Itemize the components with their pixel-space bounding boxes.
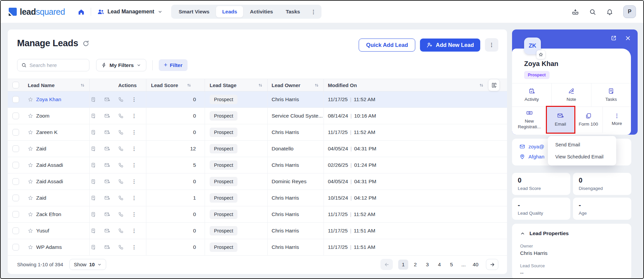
star-icon[interactable] — [28, 162, 33, 168]
table-row[interactable]: Zareen K ⋮ — [8, 124, 507, 141]
page-number[interactable]: 40 — [471, 260, 481, 270]
quick-add-lead-button[interactable]: Quick Add Lead — [359, 39, 415, 52]
send-email-icon[interactable] — [104, 162, 110, 168]
call-phone-icon[interactable] — [118, 97, 124, 102]
row-checkbox[interactable] — [12, 178, 19, 185]
row-kebab-icon[interactable]: ⋮ — [132, 129, 137, 135]
add-activity-icon[interactable] — [90, 228, 96, 234]
call-phone-icon[interactable] — [118, 130, 124, 135]
star-icon[interactable] — [28, 195, 33, 201]
tasks-tile[interactable]: Tasks — [591, 83, 631, 107]
add-activity-icon[interactable] — [90, 162, 96, 168]
send-email-icon[interactable] — [104, 228, 110, 234]
add-activity-icon[interactable] — [90, 212, 96, 217]
user-avatar[interactable]: P — [623, 5, 636, 18]
row-checkbox[interactable] — [12, 227, 19, 234]
send-email-icon[interactable] — [104, 211, 110, 217]
my-filters-button[interactable]: My Filters — [96, 59, 146, 71]
email-menu-item[interactable]: View Scheduled Email — [548, 151, 616, 163]
table-row[interactable]: Zaid ⋮ — [8, 190, 507, 206]
col-modified-on[interactable]: Modified On — [328, 82, 357, 88]
add-new-lead-button[interactable]: Add New Lead — [420, 39, 480, 52]
lead-name-link[interactable]: WP Adams — [36, 244, 62, 250]
send-email-icon[interactable] — [104, 96, 110, 102]
add-activity-icon[interactable] — [90, 179, 96, 185]
note-tile[interactable]: Note — [552, 83, 591, 107]
add-filter-button[interactable]: + Filter — [159, 59, 187, 71]
star-icon[interactable] — [28, 130, 33, 135]
lead-email[interactable]: zoya@ — [528, 144, 544, 149]
sort-icon[interactable] — [187, 83, 191, 87]
star-icon[interactable] — [28, 228, 33, 233]
page-number[interactable]: 2 — [410, 260, 420, 270]
star-icon[interactable] — [28, 179, 33, 184]
table-row[interactable]: Yusuf ⋮ — [8, 223, 507, 239]
page-number[interactable]: 5 — [446, 260, 456, 270]
send-email-icon[interactable] — [104, 129, 110, 135]
activity-tile[interactable]: Activity — [512, 83, 552, 107]
col-lead-stage[interactable]: Lead Stage — [210, 82, 236, 88]
tab-activities[interactable]: Activities — [244, 6, 279, 17]
lead-name-link[interactable]: Zareen K — [36, 129, 58, 135]
lead-name-link[interactable]: Zack Efron — [36, 211, 61, 217]
open-in-new-icon[interactable] — [611, 35, 617, 41]
tab-tasks[interactable]: Tasks — [280, 6, 306, 17]
send-email-icon[interactable] — [104, 146, 110, 152]
table-row[interactable]: WP Adams ⋮ — [8, 239, 507, 256]
call-phone-icon[interactable] — [118, 245, 124, 250]
page-size-select[interactable]: Show10 — [69, 259, 106, 270]
page-number[interactable]: 4 — [434, 260, 444, 270]
row-kebab-icon[interactable]: ⋮ — [132, 195, 137, 201]
add-activity-icon[interactable] — [90, 245, 96, 250]
row-kebab-icon[interactable]: ⋮ — [132, 113, 137, 119]
send-email-icon[interactable] — [104, 244, 110, 250]
call-phone-icon[interactable] — [118, 195, 124, 201]
call-phone-icon[interactable] — [118, 113, 124, 119]
new-registration-tile[interactable]: New Registrati... — [512, 107, 547, 133]
lead-location[interactable]: Afghan — [528, 154, 545, 159]
star-icon[interactable] — [28, 97, 33, 102]
call-phone-icon[interactable] — [118, 162, 124, 168]
import-tray-icon[interactable] — [572, 8, 579, 15]
row-kebab-icon[interactable]: ⋮ — [132, 211, 137, 217]
home-icon[interactable] — [78, 8, 85, 15]
add-activity-icon[interactable] — [90, 146, 96, 152]
table-row[interactable]: Zoom ⋮ — [8, 108, 507, 124]
send-email-icon[interactable] — [104, 113, 110, 119]
sort-icon[interactable] — [479, 83, 484, 87]
add-activity-icon[interactable] — [90, 113, 96, 119]
call-phone-icon[interactable] — [118, 212, 124, 217]
call-phone-icon[interactable] — [118, 228, 124, 233]
select-all-checkbox[interactable] — [12, 82, 19, 88]
email-menu-item[interactable]: Send Email — [548, 139, 616, 151]
lead-name-link[interactable]: Zoom — [36, 113, 50, 119]
add-activity-icon[interactable] — [90, 97, 96, 102]
row-checkbox[interactable] — [12, 244, 19, 251]
next-page-button[interactable] — [486, 259, 498, 270]
form-100-tile[interactable]: Form 100 — [574, 107, 603, 133]
search-icon[interactable] — [589, 8, 596, 15]
notifications-bell-icon[interactable] — [606, 8, 613, 15]
sort-icon[interactable] — [258, 83, 263, 87]
row-kebab-icon[interactable]: ⋮ — [132, 244, 137, 250]
table-row[interactable]: Zoya Khan ⋮ — [8, 91, 507, 108]
page-number[interactable]: 3 — [422, 260, 432, 270]
table-row[interactable]: Zaid Assadi ⋮ — [8, 157, 507, 173]
row-kebab-icon[interactable]: ⋮ — [132, 228, 137, 234]
lead-name-link[interactable]: Zaid — [36, 195, 46, 201]
lead-name-link[interactable]: Zaid Assadi — [36, 179, 63, 185]
table-row[interactable]: Zaid Assadi ⋮ — [8, 173, 507, 190]
row-kebab-icon[interactable]: ⋮ — [132, 146, 137, 152]
star-icon[interactable] — [28, 245, 33, 250]
refresh-icon[interactable] — [83, 40, 89, 47]
lead-name-link[interactable]: Zaid Assadi — [36, 162, 63, 168]
star-icon[interactable] — [28, 113, 33, 119]
row-kebab-icon[interactable]: ⋮ — [132, 179, 137, 185]
add-activity-icon[interactable] — [90, 130, 96, 135]
col-lead-score[interactable]: Lead Score — [151, 82, 178, 88]
lead-name-link[interactable]: Zaid — [36, 146, 46, 152]
row-checkbox[interactable] — [12, 96, 19, 103]
favorite-star-icon[interactable] — [536, 50, 545, 59]
tab-smart-views[interactable]: Smart Views — [172, 6, 215, 17]
row-checkbox[interactable] — [12, 113, 19, 119]
